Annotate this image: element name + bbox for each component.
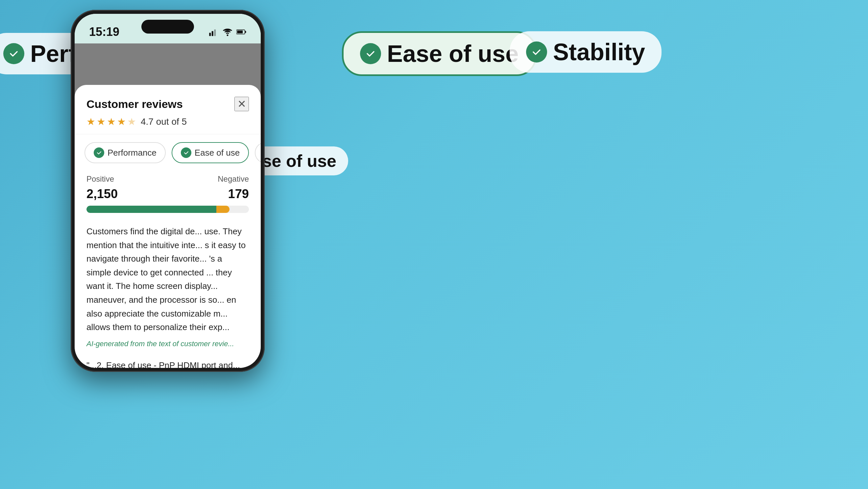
star-rating: ★ ★ ★ ★ ★ — [87, 116, 136, 127]
wifi-icon — [223, 27, 232, 37]
bg-tag-ease-of-use-large: Ease of use — [342, 31, 536, 76]
status-icons — [209, 27, 246, 37]
topics-row: Performance Ease of use — [74, 134, 261, 171]
topic-stability[interactable]: Stability — [255, 142, 261, 163]
rating-row: ★ ★ ★ ★ ★ 4.7 out of 5 — [87, 116, 249, 127]
star-2: ★ — [97, 116, 105, 127]
negative-label: Negative — [218, 174, 249, 183]
modal-title: Customer reviews — [87, 98, 183, 111]
topic-ease-of-use-label: Ease of use — [195, 148, 240, 158]
signal-icon — [209, 27, 219, 37]
star-4: ★ — [117, 116, 126, 127]
phone: 15:19 — [71, 10, 265, 372]
topic-performance[interactable]: Performance — [85, 142, 166, 163]
dynamic-island — [142, 20, 194, 34]
check-circle-icon — [526, 41, 547, 62]
positive-bar — [87, 206, 216, 213]
review-summary: Customers find the digital de... use. Th… — [74, 220, 261, 340]
status-time: 15:19 — [89, 25, 119, 39]
svg-rect-0 — [209, 33, 211, 36]
sentiment-progress-bar — [87, 206, 249, 213]
topic-ease-of-use[interactable]: Ease of use — [172, 142, 249, 163]
negative-count: 179 — [228, 187, 249, 201]
svg-rect-6 — [237, 31, 243, 34]
check-circle-icon — [3, 43, 24, 64]
bg-tag-stability: Stability — [509, 31, 661, 73]
positive-label: Positive — [87, 174, 114, 183]
stats-section: Positive Negative 2,150 179 — [74, 171, 261, 220]
bottom-sheet-modal[interactable]: Customer reviews ✕ ★ ★ ★ ★ ★ 4.7 out of … — [74, 85, 261, 368]
pill-check-icon — [181, 147, 191, 158]
stats-numbers: 2,150 179 — [87, 187, 249, 201]
check-circle-icon — [360, 43, 381, 64]
negative-bar — [216, 206, 229, 213]
review-summary-text: Customers find the digital de... use. Th… — [87, 226, 246, 332]
phone-frame: 15:19 — [71, 10, 265, 372]
star-5: ★ — [127, 116, 136, 127]
phone-screen: 15:19 — [74, 14, 261, 368]
pill-check-icon — [94, 147, 104, 158]
review-quote-text: "...2. Ease of use - PnP HDMI port and..… — [87, 360, 240, 368]
svg-point-3 — [227, 35, 228, 36]
sheet-header: Customer reviews ✕ ★ ★ ★ ★ ★ 4.7 out of … — [74, 85, 261, 134]
topic-performance-label: Performance — [107, 148, 156, 158]
svg-rect-5 — [245, 31, 246, 33]
rating-value: 4.7 out of 5 — [141, 116, 187, 127]
star-3: ★ — [107, 116, 116, 127]
positive-count: 2,150 — [87, 187, 118, 201]
svg-rect-1 — [212, 31, 213, 36]
svg-rect-2 — [214, 30, 216, 36]
stats-header: Positive Negative — [87, 174, 249, 183]
close-button[interactable]: ✕ — [235, 97, 249, 111]
battery-icon — [237, 27, 246, 37]
ai-generated-note: AI-generated from the text of customer r… — [74, 340, 261, 353]
title-row: Customer reviews ✕ — [87, 97, 249, 111]
star-1: ★ — [87, 116, 95, 127]
status-bar: 15:19 — [74, 14, 261, 44]
review-quote: "...2. Ease of use - PnP HDMI port and..… — [74, 353, 261, 368]
